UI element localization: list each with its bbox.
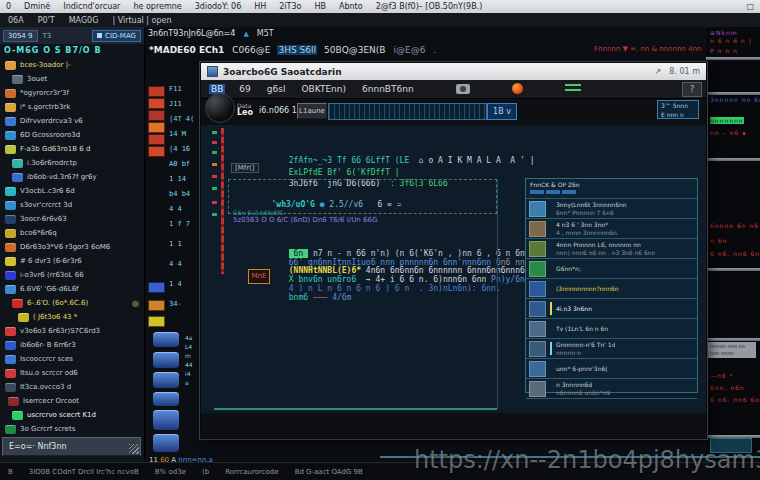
- file-tree-item[interactable]: # 6 dvr3 (6-6r3r6: [0, 254, 145, 268]
- dock-app-icon[interactable]: [153, 410, 179, 430]
- file-tree-item[interactable]: Iserrcecr Orcoot: [0, 394, 145, 408]
- file-tree-item[interactable]: F-a3b Gd63ro1B 6 d: [0, 142, 145, 156]
- file-tree-label: 3o Gcrcrf screts: [20, 425, 75, 433]
- record-icon[interactable]: [512, 83, 523, 94]
- file-tree-item[interactable]: bces-3oador |-: [0, 58, 145, 72]
- dock-app-icon[interactable]: [153, 434, 179, 452]
- sidebar-badge[interactable]: CID-MAG: [92, 30, 141, 42]
- file-tree-item[interactable]: *ogyrorcr3r'3f: [0, 86, 145, 100]
- taskbar-item[interactable]: Rorrcaurorcode: [225, 468, 279, 476]
- result-list-row[interactable]: Gnnnnnn-n'6 Tn' 1d nnnnn-n: [526, 339, 697, 359]
- os-menu-item[interactable]: 2@f3 B(f0)– [OB.50nY(9B.): [376, 2, 483, 11]
- taskbar-item[interactable]: Bd G-aact OAdG 9B: [295, 468, 363, 476]
- file-tree-item[interactable]: 3o Gcrcrf screts: [0, 422, 145, 436]
- dock-app-icon[interactable]: [153, 372, 179, 388]
- breadcrumb-segment[interactable]: i@E@6: [393, 45, 427, 55]
- file-tree-item[interactable]: V3ocbL.c3r6 6d: [0, 184, 145, 198]
- result-list-row[interactable]: n 3nnnnn6d n6nnnn6 on6n*n9: [526, 379, 697, 399]
- file-tree-item[interactable]: v3o6o3 6r63r)S7C6rd3: [0, 324, 145, 338]
- os-menu-item[interactable]: 0: [6, 2, 11, 11]
- file-tree-item[interactable]: Itsu.o scrccr od6: [0, 366, 145, 380]
- app-logo-sphere[interactable]: [205, 93, 235, 123]
- editor-tab-secondary[interactable]: M5T: [257, 29, 274, 38]
- file-tree-item[interactable]: 6.6V6' 'G6-d6L6f: [0, 282, 145, 296]
- window-menu-item[interactable]: 69: [237, 84, 252, 94]
- os-menu-item[interactable]: 3diodoY: 06: [195, 2, 242, 11]
- launch-button[interactable]: L1aune: [297, 103, 327, 119]
- result-list-row[interactable]: 3nny(Lnn6t 3nnnnn6nn 6nn* Pnnnnn T 6n6: [526, 199, 697, 219]
- taskbar-item[interactable]: 3IO0B COdnT Drcll Irc'hc ncvoB: [29, 468, 139, 476]
- breadcrumb-segment[interactable]: *MADE60 ECh1: [148, 45, 225, 55]
- taskbar-item[interactable]: B% od3e: [155, 468, 186, 476]
- taskbar-item[interactable]: B: [8, 468, 13, 476]
- address-progress-bar[interactable]: [328, 103, 487, 120]
- result-list-row[interactable]: 4 n3 6 ' 3nn 3nn* 4 , nnnn 3nnnnnn6n.: [526, 219, 697, 239]
- result-list-row[interactable]: (3nnnnnnnnn?nnn6n: [526, 279, 697, 299]
- taskbar-item[interactable]: (b: [202, 468, 209, 476]
- secondary-menu-item[interactable]: | Virtual | open: [112, 16, 171, 25]
- more-badge[interactable]: [Mfr(]: [231, 163, 259, 173]
- file-type-icon: [5, 271, 16, 280]
- os-menu-item[interactable]: Dminé: [24, 2, 50, 11]
- result-list-row[interactable]: 4i.n3 3n6nn: [526, 299, 697, 319]
- file-tree-item[interactable]: Difrvverdrcva3 v6: [0, 114, 145, 128]
- file-tree-item[interactable]: ib6o6r- B 6rr6r3: [0, 338, 145, 352]
- file-tree-item[interactable]: i.3o6r6rodrctp: [0, 156, 145, 170]
- file-tree-item[interactable]: It3ca.ovcco3 d: [0, 380, 145, 394]
- resize-grip[interactable]: [129, 444, 139, 454]
- file-tree-item[interactable]: s3ovr'crcrct 3d: [0, 198, 145, 212]
- file-tree-item[interactable]: 3ouet: [0, 72, 145, 86]
- callout-link[interactable]: 5z0363 O O 6/C (6nD) Dn6 T6/6 I/Un 66G: [233, 216, 492, 224]
- os-menu-item[interactable]: HB: [314, 2, 326, 11]
- result-list-row[interactable]: 4nnn Pnnnnn L6, nnnnnn nn nnn) nnn6 n6 n…: [526, 239, 697, 259]
- file-tree-item[interactable]: D6r63o3*V6 r3gor3 6oM6: [0, 240, 145, 254]
- breadcrumb-segment[interactable]: 3HS S6ll: [277, 45, 317, 55]
- file-tree-item[interactable]: Iscooccrcr sces: [0, 352, 145, 366]
- breadcrumb-segment[interactable]: 50BQ@3EN(B: [323, 45, 387, 55]
- result-list-row[interactable]: unn* 6-pnnr'3n6(: [526, 359, 697, 379]
- camera-icon[interactable]: [456, 84, 470, 94]
- editor-tab[interactable]: 3n6nT93nJn6L@6n=4: [148, 29, 235, 38]
- breadcrumb-segment[interactable]: .: [432, 45, 437, 55]
- file-tree-item[interactable]: bco6*6r6q: [0, 226, 145, 240]
- file-tree-item[interactable]: 6-.6'O. (6o*.6C.6) ◎: [0, 296, 145, 310]
- os-menu-item[interactable]: 2iT3o: [279, 2, 301, 11]
- sidebar-tab-primary[interactable]: 3054 9: [3, 30, 38, 42]
- row-accent-bar: [550, 382, 552, 395]
- window-expand-icon[interactable]: ↗: [655, 67, 662, 76]
- os-menu-item[interactable]: he opremne: [133, 2, 181, 11]
- file-tree-item[interactable]: ib6ob-vd.3r67f gr6y: [0, 170, 145, 184]
- address-dropdown-box[interactable]: 1B v: [487, 103, 517, 120]
- window-restore-icon[interactable]: □: [746, 2, 754, 11]
- window-menu-item[interactable]: g6sl: [265, 84, 288, 94]
- result-list-row[interactable]: G6nn*n;: [526, 259, 697, 279]
- sidebar-filter-box[interactable]: E=o=· Nnf3nn: [2, 437, 141, 456]
- toolbar-score-field[interactable]: i6.n066 1: [259, 106, 297, 115]
- file-tree-item[interactable]: uscrcrvo scecrt K1d: [0, 408, 145, 422]
- os-menu-item[interactable]: HH: [254, 2, 266, 11]
- dropdown-triangle-icon[interactable]: ▲: [243, 30, 248, 38]
- dock-app-icon[interactable]: [153, 352, 179, 368]
- dock-app-icon[interactable]: [153, 332, 179, 347]
- file-type-icon: [5, 369, 16, 378]
- os-menu-item[interactable]: Indicnd'orcuar: [63, 2, 120, 11]
- os-menu-item[interactable]: Abnto: [339, 2, 363, 11]
- secondary-menu-item[interactable]: MAG0G: [69, 16, 99, 25]
- help-button[interactable]: ?: [682, 82, 702, 97]
- dock-app-icon[interactable]: [153, 392, 179, 406]
- file-tree-item[interactable]: i-o3vr6 (rr63oL 66: [0, 268, 145, 282]
- content-gutter-mark: [212, 201, 217, 204]
- file-tree-item[interactable]: ( J6t3o6 43 *: [0, 310, 145, 324]
- file-tree-item[interactable]: 3oocr-6r6v63: [0, 212, 145, 226]
- breadcrumb-segment[interactable]: C066@E: [231, 45, 271, 55]
- secondary-menu-item[interactable]: P0'T: [38, 16, 55, 25]
- window-title-bar[interactable]: 3oarcbo6G Saoatcdarin ↗ 8. 01 m: [201, 63, 706, 80]
- file-tree-item[interactable]: 6D Gcossrooro3d: [0, 128, 145, 142]
- window-menu-item[interactable]: 6nnnBT6nn: [360, 84, 416, 94]
- result-list-row[interactable]: Tv (1Ln'L 6n n 6n: [526, 319, 697, 339]
- menu-lines-icon[interactable]: [565, 84, 581, 94]
- file-tree-item[interactable]: i* s.gorctrb3rk: [0, 100, 145, 114]
- window-menu-item[interactable]: OBKTEnn): [299, 84, 348, 94]
- sidebar-tab-secondary[interactable]: T3: [43, 32, 52, 40]
- secondary-menu-item[interactable]: 06A: [8, 16, 24, 25]
